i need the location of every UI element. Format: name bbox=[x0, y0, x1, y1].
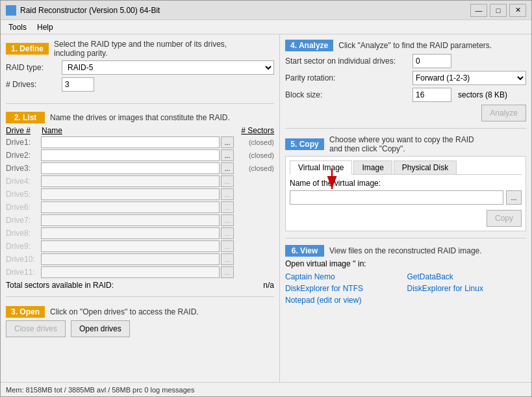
getdataback-link[interactable]: GetDataBack bbox=[407, 272, 527, 281]
drive2-status: (closed) bbox=[235, 151, 274, 159]
divider-1 bbox=[6, 103, 274, 104]
drive4-label: Drive4: bbox=[6, 177, 40, 186]
close-drives-button[interactable]: Close drives bbox=[6, 320, 66, 337]
open-badge: 3. Open bbox=[6, 306, 45, 318]
virtual-image-section: Name of the virtual image: bbox=[290, 179, 522, 205]
drive-row-2: Drive2: ... (closed) bbox=[6, 149, 274, 161]
drive3-label: Drive3: bbox=[6, 164, 40, 173]
drive-row-5: Drive5: ... bbox=[6, 188, 274, 200]
captain-nemo-link[interactable]: Captain Nemo bbox=[285, 272, 405, 281]
view-links: Captain Nemo GetDataBack DiskExplorer fo… bbox=[285, 272, 526, 305]
tab-physical-disk[interactable]: Physical Disk bbox=[394, 160, 457, 174]
diskexplorer-linux-link[interactable]: DiskExplorer for Linux bbox=[407, 284, 527, 293]
name-header: Name bbox=[42, 126, 229, 135]
drive4-input bbox=[41, 175, 220, 187]
parity-select[interactable]: Forward (1-2-3) Backward (3-2-1) Dynamic… bbox=[412, 71, 526, 85]
total-sectors-row: Total sectors available in RAID: n/a bbox=[6, 281, 274, 290]
menu-tools[interactable]: Tools bbox=[3, 21, 32, 33]
block-size-unit: sectors (8 KB) bbox=[458, 90, 507, 99]
drive1-label: Drive1: bbox=[6, 138, 40, 147]
drive-row-3: Drive3: ... (closed) bbox=[6, 162, 274, 174]
copy-tabs: Virtual Image Image Physical Disk bbox=[290, 160, 522, 175]
total-sectors-value: n/a bbox=[263, 281, 274, 290]
menu-help[interactable]: Help bbox=[32, 21, 58, 33]
drive1-browse[interactable]: ... bbox=[221, 136, 234, 148]
drive-row-1: Drive1: ... (closed) bbox=[6, 136, 274, 148]
list-badge: 2. List bbox=[6, 112, 45, 123]
drive-row-8: Drive8: ... bbox=[6, 227, 274, 239]
drive-row-7: Drive7: ... bbox=[6, 214, 274, 226]
drive9-label: Drive9: bbox=[6, 242, 40, 251]
view-section: 6. View View files on the reconstructed … bbox=[285, 245, 526, 305]
drive5-label: Drive5: bbox=[6, 190, 40, 199]
list-section: 2. List Name the drives or images that c… bbox=[6, 112, 274, 290]
divider-4 bbox=[285, 238, 526, 238]
diskexplorer-ntfs-link[interactable]: DiskExplorer for NTFS bbox=[285, 284, 405, 293]
raid-type-select[interactable]: RAID-5 RAID-0 RAID-4 RAID-6 bbox=[62, 60, 274, 75]
copy-panel: Virtual Image Image Physical Disk Name o… bbox=[285, 156, 526, 231]
drive8-input bbox=[41, 227, 220, 239]
right-panel: 4. Analyze Click "Analyze" to find the R… bbox=[280, 34, 531, 382]
raid-type-row: RAID type: RAID-5 RAID-0 RAID-4 RAID-6 bbox=[6, 60, 274, 75]
main-content: 1. Define Select the RAID type and the n… bbox=[1, 34, 531, 382]
drive11-label: Drive11: bbox=[6, 268, 40, 277]
copy-section: 5. Copy Choose where you want to copy th… bbox=[285, 135, 526, 231]
start-sector-row: Start sector on individual drives: bbox=[285, 54, 526, 68]
drive-row-9: Drive9: ... bbox=[6, 240, 274, 252]
maximize-button[interactable]: □ bbox=[490, 4, 507, 17]
view-open-text: Open virtual image '' in: bbox=[285, 259, 526, 268]
define-section: 1. Define Select the RAID type and the n… bbox=[6, 40, 274, 94]
start-sector-input[interactable] bbox=[412, 54, 451, 68]
drive-row-11: Drive11: ... bbox=[6, 266, 274, 278]
status-bar: Mem: 8158MB tot / 3885MB avl / 58MB prc … bbox=[1, 382, 531, 396]
drive-hash-header: Drive # bbox=[6, 126, 42, 135]
virtual-image-path-input[interactable] bbox=[290, 190, 503, 205]
total-sectors-label: Total sectors available in RAID: bbox=[6, 281, 114, 290]
drives-label: # Drives: bbox=[6, 80, 58, 89]
start-sector-label: Start sector on individual drives: bbox=[285, 57, 409, 66]
drive10-browse: ... bbox=[221, 253, 234, 265]
notepad-link[interactable]: Notepad (edit or view) bbox=[285, 296, 405, 305]
open-drives-button[interactable]: Open drives bbox=[71, 320, 130, 337]
drive8-browse: ... bbox=[221, 227, 234, 239]
analyze-section: 4. Analyze Click "Analyze" to find the R… bbox=[285, 40, 526, 122]
drive7-input bbox=[41, 214, 220, 226]
drive6-browse: ... bbox=[221, 201, 234, 213]
vi-label: Name of the virtual image: bbox=[290, 179, 522, 188]
drive11-browse: ... bbox=[221, 266, 234, 278]
drive1-status: (closed) bbox=[235, 138, 274, 146]
analyze-desc: Click "Analyze" to find the RAID paramet… bbox=[338, 41, 492, 50]
drive3-input[interactable] bbox=[41, 162, 220, 174]
list-desc: Name the drives or images that constitut… bbox=[50, 113, 230, 122]
open-header: 3. Open Click on "Open drives" to access… bbox=[6, 306, 274, 318]
drive1-input[interactable] bbox=[41, 136, 220, 148]
drive2-input[interactable] bbox=[41, 149, 220, 161]
close-button[interactable]: ✕ bbox=[509, 4, 526, 17]
copy-button[interactable]: Copy bbox=[487, 210, 522, 227]
title-bar: Raid Reconstructor (Version 5.00) 64-Bit… bbox=[1, 1, 531, 20]
drive2-browse[interactable]: ... bbox=[221, 149, 234, 161]
copy-btn-row: Copy bbox=[290, 210, 522, 227]
block-size-label: Block size: bbox=[285, 90, 409, 99]
left-panel: 1. Define Select the RAID type and the n… bbox=[1, 34, 280, 382]
drive7-label: Drive7: bbox=[6, 216, 40, 225]
block-size-row: Block size: sectors (8 KB) bbox=[285, 88, 526, 102]
main-window: Raid Reconstructor (Version 5.00) 64-Bit… bbox=[0, 0, 532, 397]
drive-row-10: Drive10: ... bbox=[6, 253, 274, 265]
view-header: 6. View View files on the reconstructed … bbox=[285, 245, 526, 257]
drive3-status: (closed) bbox=[235, 164, 274, 172]
vi-browse-button[interactable]: ... bbox=[506, 190, 522, 205]
app-icon bbox=[6, 5, 16, 16]
open-btn-row: Close drives Open drives bbox=[6, 320, 274, 337]
analyze-button[interactable]: Analyze bbox=[481, 105, 526, 122]
drive11-input bbox=[41, 266, 220, 278]
block-size-input[interactable] bbox=[412, 88, 451, 102]
drives-input[interactable] bbox=[62, 77, 94, 92]
list-header: 2. List Name the drives or images that c… bbox=[6, 112, 274, 123]
drive3-browse[interactable]: ... bbox=[221, 162, 234, 174]
vi-input-row: ... bbox=[290, 190, 522, 205]
minimize-button[interactable]: — bbox=[470, 4, 487, 17]
parity-row: Parity rotation: Forward (1-2-3) Backwar… bbox=[285, 71, 526, 85]
analyze-header: 4. Analyze Click "Analyze" to find the R… bbox=[285, 40, 526, 51]
analyze-badge: 4. Analyze bbox=[285, 40, 333, 51]
